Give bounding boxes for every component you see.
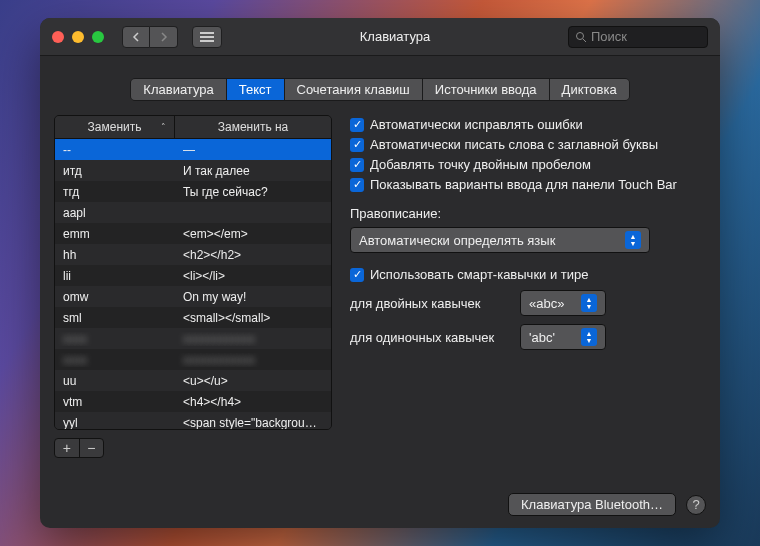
tab-shortcuts[interactable]: Сочетания клавиш	[285, 79, 423, 100]
table-row[interactable]: omwOn my way!	[55, 286, 331, 307]
close-icon[interactable]	[52, 31, 64, 43]
svg-line-1	[583, 39, 586, 42]
checkbox-auto-capitalize[interactable]: ✓	[350, 138, 364, 152]
updown-arrows-icon: ▲▼	[625, 231, 641, 249]
help-button[interactable]: ?	[686, 495, 706, 515]
cell-with: <em></em>	[175, 227, 331, 241]
checkbox-auto-correct[interactable]: ✓	[350, 118, 364, 132]
search-placeholder: Поиск	[591, 29, 627, 44]
cell-with: xxxxxxxxxxxx	[175, 353, 331, 367]
search-icon	[575, 31, 587, 43]
cell-replace: yyl	[55, 416, 175, 430]
updown-arrows-icon: ▲▼	[581, 294, 597, 312]
cell-replace: omw	[55, 290, 175, 304]
spelling-popup[interactable]: Автоматически определять язык ▲▼	[350, 227, 650, 253]
label-auto-capitalize: Автоматически писать слова с заглавной б…	[370, 137, 658, 152]
table-row[interactable]: aapl	[55, 202, 331, 223]
column-with[interactable]: Заменить на	[175, 116, 331, 138]
table-row[interactable]: emm<em></em>	[55, 223, 331, 244]
table-row[interactable]: hh<h2></h2>	[55, 244, 331, 265]
table-row[interactable]: lii<li></li>	[55, 265, 331, 286]
table-row[interactable]: xxxxxxxxxxxxxxxx	[55, 328, 331, 349]
cell-with: <small></small>	[175, 311, 331, 325]
add-remove-segment: + −	[54, 438, 104, 458]
minimize-icon[interactable]	[72, 31, 84, 43]
sort-ascending-icon: ˄	[161, 122, 166, 132]
double-quotes-value: «abc»	[529, 296, 564, 311]
tab-bar: Клавиатура Текст Сочетания клавиш Источн…	[40, 78, 720, 101]
checkbox-double-space-period[interactable]: ✓	[350, 158, 364, 172]
updown-arrows-icon: ▲▼	[581, 328, 597, 346]
single-quotes-label: для одиночных кавычек	[350, 330, 510, 345]
double-quotes-label: для двойных кавычек	[350, 296, 510, 311]
cell-with: <span style="background…	[175, 416, 331, 430]
cell-replace: тгд	[55, 185, 175, 199]
cell-with: <h2></h2>	[175, 248, 331, 262]
label-double-space-period: Добавлять точку двойным пробелом	[370, 157, 591, 172]
cell-replace: итд	[55, 164, 175, 178]
single-quotes-value: 'abc'	[529, 330, 555, 345]
column-replace[interactable]: Заменить ˄	[55, 116, 175, 138]
forward-button[interactable]	[150, 26, 178, 48]
cell-with: —	[175, 143, 331, 157]
spelling-value: Автоматически определять язык	[359, 233, 555, 248]
cell-replace: xxxx	[55, 332, 175, 346]
replacements-table: Заменить ˄ Заменить на --—итдИ так далее…	[54, 115, 332, 430]
cell-replace: hh	[55, 248, 175, 262]
preferences-window: Клавиатура Поиск Клавиатура Текст Сочета…	[40, 18, 720, 528]
checkbox-smart-quotes[interactable]: ✓	[350, 268, 364, 282]
table-row[interactable]: vtm<h4></h4>	[55, 391, 331, 412]
table-row[interactable]: xxxxxxxxxxxxxxxx	[55, 349, 331, 370]
table-row[interactable]: итдИ так далее	[55, 160, 331, 181]
cell-replace: sml	[55, 311, 175, 325]
cell-replace: vtm	[55, 395, 175, 409]
table-row[interactable]: uu<u></u>	[55, 370, 331, 391]
cell-replace: xxxx	[55, 353, 175, 367]
zoom-icon[interactable]	[92, 31, 104, 43]
label-smart-quotes: Использовать смарт-кавычки и тире	[370, 267, 589, 282]
titlebar: Клавиатура Поиск	[40, 18, 720, 56]
table-row[interactable]: --—	[55, 139, 331, 160]
grid-icon	[200, 32, 214, 42]
cell-with: <li></li>	[175, 269, 331, 283]
search-input[interactable]: Поиск	[568, 26, 708, 48]
cell-with: On my way!	[175, 290, 331, 304]
table-row[interactable]: yyl<span style="background…	[55, 412, 331, 429]
cell-with: xxxxxxxxxxxx	[175, 332, 331, 346]
bluetooth-keyboard-button[interactable]: Клавиатура Bluetooth…	[508, 493, 676, 516]
remove-button[interactable]: −	[80, 439, 104, 457]
single-quotes-popup[interactable]: 'abc' ▲▼	[520, 324, 606, 350]
cell-with: И так далее	[175, 164, 331, 178]
tab-input-sources[interactable]: Источники ввода	[423, 79, 550, 100]
checkbox-touch-bar[interactable]: ✓	[350, 178, 364, 192]
cell-with: <h4></h4>	[175, 395, 331, 409]
cell-replace: emm	[55, 227, 175, 241]
back-button[interactable]	[122, 26, 150, 48]
svg-point-0	[577, 32, 584, 39]
label-touch-bar: Показывать варианты ввода для панели Tou…	[370, 177, 677, 192]
cell-with: Ты где сейчас?	[175, 185, 331, 199]
spelling-label: Правописание:	[350, 206, 706, 221]
cell-with: <u></u>	[175, 374, 331, 388]
double-quotes-popup[interactable]: «abc» ▲▼	[520, 290, 606, 316]
tab-dictation[interactable]: Диктовка	[550, 79, 629, 100]
cell-replace: --	[55, 143, 175, 157]
tab-keyboard[interactable]: Клавиатура	[131, 79, 226, 100]
table-row[interactable]: тгдТы где сейчас?	[55, 181, 331, 202]
cell-replace: uu	[55, 374, 175, 388]
label-auto-correct: Автоматически исправлять ошибки	[370, 117, 583, 132]
nav-back-forward	[122, 26, 178, 48]
cell-replace: aapl	[55, 206, 175, 220]
tab-text[interactable]: Текст	[227, 79, 285, 100]
show-all-button[interactable]	[192, 26, 222, 48]
table-row[interactable]: sml<small></small>	[55, 307, 331, 328]
cell-replace: lii	[55, 269, 175, 283]
add-button[interactable]: +	[55, 439, 80, 457]
window-controls	[52, 31, 104, 43]
window-title: Клавиатура	[230, 29, 560, 44]
